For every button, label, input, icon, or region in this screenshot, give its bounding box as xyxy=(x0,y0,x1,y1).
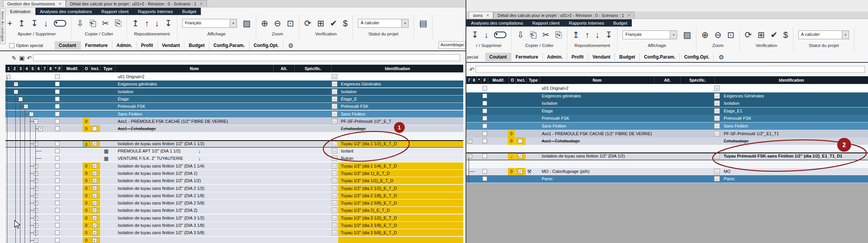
project-status-select[interactable]: À calculer▼ xyxy=(358,19,409,28)
table-row[interactable] xyxy=(466,115,868,122)
row-checkbox[interactable] xyxy=(482,86,487,90)
tree-expander[interactable]: − xyxy=(34,142,38,146)
row-checkbox[interactable] xyxy=(55,193,60,198)
checkbox-icon[interactable] xyxy=(9,43,14,48)
section-button-profit[interactable]: Profit xyxy=(137,41,157,50)
column-header-o[interactable]: O xyxy=(509,76,516,84)
row-checkbox[interactable] xyxy=(55,156,60,161)
incl-checkbox[interactable] xyxy=(518,139,522,143)
row-checkbox[interactable] xyxy=(482,139,487,143)
row-checkbox[interactable] xyxy=(55,186,60,191)
column-header-f[interactable]: F xyxy=(481,76,488,84)
section-button-fermeture[interactable]: Fermeture xyxy=(511,53,543,61)
zoom-in-icon[interactable]: ⊕ xyxy=(261,19,268,28)
column-header-2[interactable]: 2 xyxy=(12,65,17,72)
section-button-config-opt-[interactable]: Config.Opt. xyxy=(249,41,283,50)
language-select[interactable]: Français▼ xyxy=(182,19,237,28)
ellipsis-button[interactable]: … xyxy=(332,111,337,117)
row-checkbox[interactable] xyxy=(482,169,487,174)
ellipsis-button[interactable]: … xyxy=(332,186,337,191)
edit-input[interactable] xyxy=(33,54,460,61)
move-down-icon[interactable]: ↓ xyxy=(155,19,159,28)
insert-below-icon[interactable]: ↧ xyxy=(471,31,478,39)
tree-expander[interactable]: − xyxy=(18,97,23,101)
section-button-coutant[interactable]: Coutant xyxy=(485,53,511,61)
table-row[interactable] xyxy=(466,92,868,100)
column-header-4[interactable]: 4 xyxy=(23,65,30,72)
o-value-cell[interactable]: 0 xyxy=(508,130,515,137)
nav-tab-budget[interactable]: Budget xyxy=(178,8,201,15)
column-header-8[interactable]: 8 xyxy=(47,65,53,72)
ellipsis-button[interactable]: … xyxy=(332,223,337,228)
nav-tab-rapport-client[interactable]: Rapport client xyxy=(97,8,133,15)
move-top-icon[interactable]: ↥ xyxy=(132,19,139,28)
row-checkbox[interactable] xyxy=(482,109,487,113)
tree-expander[interactable]: − xyxy=(29,112,33,116)
calc-grid-icon[interactable]: ⊞ xyxy=(317,19,324,28)
section-button-vendant[interactable]: Vendant xyxy=(588,53,615,61)
section-button-config-opt-[interactable]: Config.Opt. xyxy=(680,53,714,61)
ellipsis-button[interactable]: … xyxy=(332,215,337,221)
table-row[interactable] xyxy=(466,130,868,138)
section-button-config-param-[interactable]: Config.Param. xyxy=(640,53,680,61)
tree-expander[interactable]: + xyxy=(468,139,472,143)
row-checkbox[interactable] xyxy=(55,82,60,86)
table-row[interactable] xyxy=(466,137,868,145)
o-value-cell[interactable]: 0 xyxy=(83,199,90,206)
incl-checkbox[interactable]: ✓ xyxy=(92,171,97,176)
section-button-admin-[interactable]: Admin. xyxy=(112,41,137,50)
column-header-modif-[interactable]: Modif. xyxy=(62,65,83,72)
move-up-icon[interactable]: ↑ xyxy=(585,31,589,39)
table-row[interactable] xyxy=(466,145,868,153)
close-icon[interactable]: ✕ xyxy=(200,2,203,6)
nav-tab-analyses-des-compilations[interactable]: Analyses des compilations xyxy=(35,8,97,15)
add-icon[interactable]: + xyxy=(7,19,12,28)
table-row[interactable] xyxy=(5,125,463,132)
column-header-identification[interactable]: Identification xyxy=(331,65,463,72)
column-header-type[interactable]: Type xyxy=(526,76,540,84)
row-checkbox[interactable] xyxy=(55,238,60,243)
column-header-f[interactable]: F xyxy=(57,65,62,72)
language-select[interactable]: Français▼ xyxy=(623,30,677,39)
column-header-alt-[interactable]: Alt. xyxy=(654,76,680,84)
tree-expander[interactable]: + xyxy=(34,231,38,235)
row-checkbox[interactable] xyxy=(55,223,60,228)
assemblage-box[interactable]: Assemblage et xyxy=(439,41,466,49)
table-row[interactable] xyxy=(5,73,463,80)
incl-checkbox[interactable]: ✓ xyxy=(92,164,97,168)
close-icon[interactable]: ✕ xyxy=(628,13,631,17)
tree-expander[interactable]: − xyxy=(14,90,18,94)
chevron-down-icon[interactable]: ▼ xyxy=(401,19,408,27)
tree-expander[interactable]: + xyxy=(34,216,38,220)
row-checkbox[interactable] xyxy=(55,119,60,124)
row-checkbox[interactable] xyxy=(55,74,60,79)
ellipsis-button[interactable]: … xyxy=(714,176,720,181)
row-checkbox[interactable] xyxy=(55,141,60,146)
table-row[interactable] xyxy=(466,168,868,176)
section-button-admin-[interactable]: Admin. xyxy=(543,53,568,61)
row-checkbox[interactable] xyxy=(482,101,487,106)
column-header-5[interactable]: 5 xyxy=(30,65,35,72)
ellipsis-button[interactable]: … xyxy=(332,178,337,183)
o-value-cell[interactable]: 0 xyxy=(83,118,90,125)
incl-checkbox[interactable]: ✓ xyxy=(92,193,97,198)
tree-expander[interactable]: + xyxy=(34,179,38,183)
close-icon[interactable]: ✕ xyxy=(58,2,62,6)
column-header-o[interactable]: O xyxy=(83,65,90,72)
ellipsis-button[interactable]: … xyxy=(332,96,337,102)
gear-icon[interactable]: ⚙ xyxy=(714,53,728,62)
table-row[interactable] xyxy=(5,80,463,88)
column-header-nom[interactable]: Nom xyxy=(115,65,273,72)
row-checkbox[interactable] xyxy=(482,176,487,181)
o-value-cell[interactable]: - xyxy=(508,153,515,159)
incl-checkbox[interactable]: ✓ xyxy=(92,208,97,213)
ellipsis-button[interactable]: … xyxy=(332,171,337,176)
tree-expander[interactable]: − xyxy=(24,104,28,109)
o-value-cell[interactable]: 0 xyxy=(83,125,90,132)
window-tab[interactable]: Détail des calculs pour le projet : u01>… xyxy=(66,0,207,7)
o-value-cell[interactable]: 0 xyxy=(83,192,90,199)
ellipsis-button[interactable]: … xyxy=(332,208,337,213)
chevron-down-icon[interactable]: ▼ xyxy=(230,19,237,27)
dollar-icon[interactable]: $ xyxy=(343,19,347,28)
import-icon[interactable]: ⇩ xyxy=(517,31,524,39)
